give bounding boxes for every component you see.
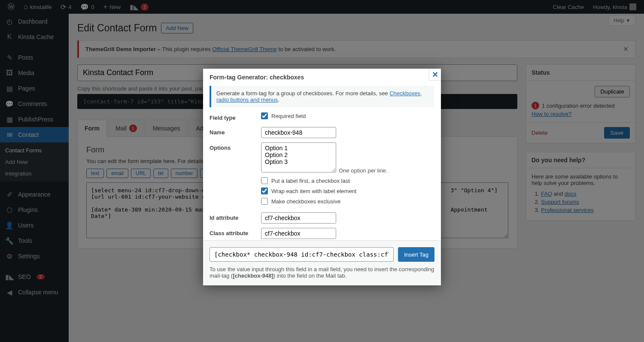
- wrap-label-text: Wrap each item with label element: [271, 188, 356, 194]
- mail-tag-note: To use the value input through this fiel…: [210, 266, 434, 279]
- modal-info: Generate a form-tag for a group of check…: [210, 86, 434, 107]
- name-input[interactable]: [261, 127, 336, 138]
- modal-title: Form-tag Generator: checkboxes ✕: [203, 69, 441, 86]
- options-hint: One option per line.: [339, 167, 387, 174]
- id-attr-input[interactable]: [261, 212, 336, 224]
- label-field-type: Field type: [210, 112, 261, 123]
- label-name: Name: [210, 127, 261, 138]
- generated-tag-input[interactable]: [210, 247, 394, 262]
- label-first-checkbox[interactable]: [261, 177, 268, 184]
- required-label: Required field: [271, 113, 306, 119]
- label-class-attr: Class attribute: [210, 228, 261, 239]
- required-checkbox[interactable]: [261, 112, 268, 119]
- options-textarea[interactable]: Option 1 Option 2 Option 3: [261, 142, 336, 173]
- label-first-text: Put a label first, a checkbox last: [271, 178, 350, 184]
- wrap-label-checkbox[interactable]: [261, 188, 268, 194]
- form-tag-generator-modal: Form-tag Generator: checkboxes ✕ Generat…: [203, 69, 441, 285]
- exclusive-text: Make checkboxes exclusive: [271, 198, 340, 205]
- insert-tag-button[interactable]: Insert Tag: [398, 247, 434, 262]
- class-attr-input[interactable]: [261, 228, 336, 239]
- exclusive-checkbox[interactable]: [261, 198, 268, 205]
- label-options: Options: [210, 142, 261, 208]
- label-id-attr: Id attribute: [210, 212, 261, 224]
- modal-close-button[interactable]: ✕: [429, 69, 441, 81]
